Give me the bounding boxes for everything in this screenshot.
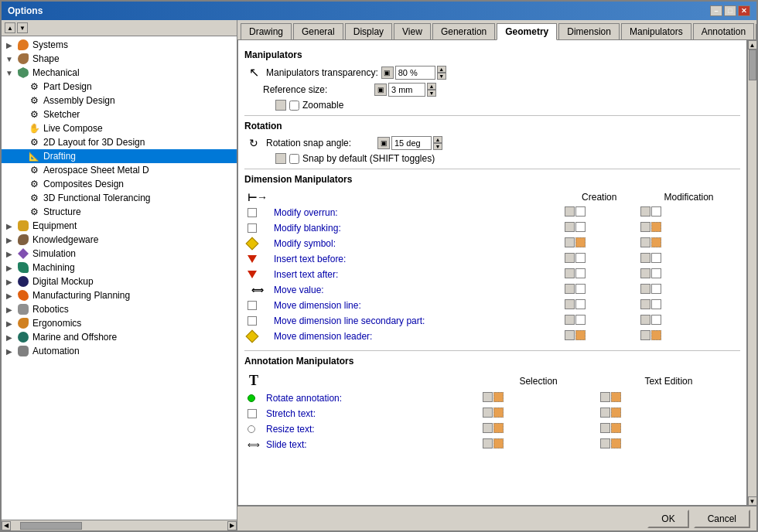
tree-item-marine[interactable]: ▶ Marine and Offshore [2, 330, 237, 344]
cancel-button[interactable]: Cancel [694, 510, 750, 528]
tab-drawing[interactable]: Drawing [241, 23, 292, 39]
table-row: Insert text after: [244, 267, 740, 282]
transparency-input[interactable] [395, 66, 435, 80]
tree-nav-down[interactable]: ▼ [17, 22, 28, 33]
dimension-table: ⊢→ Creation Modification [244, 189, 740, 344]
tab-geometry[interactable]: Geometry [497, 23, 557, 40]
manufacturing-icon [17, 289, 29, 302]
options-window: Options – □ ✕ ▲ ▼ ▶ Systems [0, 0, 758, 532]
tab-manipulators[interactable]: Manipulators [621, 23, 691, 39]
content-panel: Drawing General Display View Generation … [237, 20, 756, 530]
machining-label: Machining [31, 261, 77, 274]
content-vert-scrollbar[interactable]: ▲ ▼ [747, 40, 756, 506]
rotate-circle-icon [248, 394, 255, 402]
zoomable-label: Zoomable [302, 100, 343, 111]
rotation-down[interactable]: ▼ [433, 143, 442, 150]
tree-item-3d-tolerancing[interactable]: ⚙ 3D Functional Tolerancing [2, 191, 237, 205]
snap-default-checkbox[interactable] [289, 154, 299, 164]
tree-item-aerospace[interactable]: ⚙ Aerospace Sheet Metal D [2, 163, 237, 177]
tree-item-robotics[interactable]: ▶ Robotics [2, 302, 237, 316]
tree-item-drafting[interactable]: 📐 Drafting [2, 149, 237, 163]
tab-prev-btn[interactable]: ◀ [756, 24, 756, 39]
scroll-down-btn[interactable]: ▼ [748, 496, 757, 506]
tree-item-ergonomics[interactable]: ▶ Ergonomics [2, 316, 237, 330]
reference-size-input[interactable] [388, 83, 425, 97]
transparency-label: Manipulators transparency: [266, 67, 378, 78]
reference-size-row: Reference size: ▣ ▲ ▼ [244, 83, 740, 97]
shape-label: Shape [31, 53, 61, 65]
scroll-up-btn[interactable]: ▲ [748, 40, 757, 49]
section-dimension: Dimension Manipulators [244, 174, 740, 185]
scroll-left-btn[interactable]: ◀ [2, 521, 11, 530]
dim-line-icon [248, 301, 257, 310]
tree-item-shape[interactable]: ▼ Shape [2, 52, 237, 66]
live-compose-label: Live Compose [42, 122, 104, 135]
assembly-icon: ⚙ [28, 94, 40, 107]
transparency-down[interactable]: ▼ [437, 73, 446, 80]
ok-button[interactable]: OK [647, 510, 688, 528]
equipment-icon [17, 220, 29, 232]
tree-item-mechanical[interactable]: ▼ Mechanical [2, 66, 237, 80]
tab-display[interactable]: Display [345, 23, 392, 39]
tree-item-part-design[interactable]: ⚙ Part Design [2, 80, 237, 94]
blanking-checkbox-icon [248, 223, 257, 233]
rotate-selection [483, 392, 504, 402]
tree-item-2d-layout[interactable]: ⚙ 2D Layout for 3D Design [2, 135, 237, 149]
section-manipulators: Manipulators [244, 49, 740, 60]
tree-horiz-scrollbar[interactable]: ◀ ▶ [2, 520, 237, 530]
tree-item-assembly-design[interactable]: ⚙ Assembly Design [2, 94, 237, 107]
rotation-up[interactable]: ▲ [433, 136, 442, 143]
tree-item-live-compose[interactable]: ✋ Live Compose [2, 121, 237, 135]
zoomable-checkbox[interactable] [289, 101, 299, 111]
scroll-thumb-track [12, 522, 226, 530]
manufacturing-label: Manufacturing Planning [31, 289, 131, 302]
zoomable-icon [275, 100, 286, 111]
tree-item-equipment[interactable]: ▶ Equipment [2, 219, 237, 233]
overrun-mod-icon[interactable] [640, 206, 650, 217]
rotation-snap-row: ↻ Rotation snap angle: ▣ ▲ ▼ [244, 136, 740, 150]
ref-size-btns: ▲ ▼ [427, 83, 436, 97]
overrun-mod-check[interactable] [651, 206, 661, 217]
aerospace-label: Aerospace Sheet Metal D [42, 164, 151, 176]
table-row: Rotate annotation: [244, 390, 740, 406]
scroll-right-btn[interactable]: ▶ [227, 521, 237, 530]
title-bar: Options – □ ✕ [2, 2, 756, 20]
assembly-label: Assembly Design [42, 94, 117, 107]
tree-item-structure[interactable]: ⚙ Structure [2, 205, 237, 219]
aerospace-icon: ⚙ [28, 164, 40, 176]
tree-item-manufacturing[interactable]: ▶ Manufacturing Planning [2, 288, 237, 302]
title-buttons: – □ ✕ [710, 5, 750, 16]
resize-label: Resize text: [263, 421, 480, 437]
scroll-thumb[interactable] [20, 522, 82, 530]
stretch-label: Stretch text: [263, 406, 480, 421]
tab-view[interactable]: View [394, 23, 431, 39]
rotation-snap-input[interactable] [391, 136, 432, 150]
tree-item-knowledgeware[interactable]: ▶ Knowledgeware [2, 233, 237, 247]
tree-panel[interactable]: ▶ Systems ▼ Shape [2, 36, 237, 520]
tree-item-machining[interactable]: ▶ Machining [2, 261, 237, 275]
tree-item-automation[interactable]: ▶ Automation [2, 344, 237, 358]
tab-general[interactable]: General [293, 23, 343, 39]
ref-size-down[interactable]: ▼ [427, 90, 436, 97]
maximize-button[interactable]: □ [724, 5, 736, 16]
dim-leader-modification [640, 330, 661, 340]
tree-item-systems[interactable]: ▶ Systems [2, 38, 237, 52]
move-value-modification [640, 284, 661, 294]
minimize-button[interactable]: – [710, 5, 722, 16]
dim-leader-label: Move dimension leader: [271, 329, 562, 344]
close-button[interactable]: ✕ [738, 5, 750, 16]
tab-annotation[interactable]: Annotation [693, 23, 754, 39]
transparency-up[interactable]: ▲ [437, 66, 446, 73]
tree-item-digital-mockup[interactable]: ▶ Digital Mockup [2, 275, 237, 288]
scroll-thumb-v[interactable] [749, 49, 756, 80]
tree-item-simulation[interactable]: ▶ Simulation [2, 247, 237, 261]
tree-item-sketcher[interactable]: ⚙ Sketcher [2, 107, 237, 121]
ref-size-up[interactable]: ▲ [427, 83, 436, 90]
tab-generation[interactable]: Generation [432, 23, 495, 39]
symbol-label: Modify symbol: [271, 236, 562, 251]
tree-nav-up[interactable]: ▲ [5, 22, 15, 33]
overrun-create-check[interactable] [575, 206, 586, 217]
overrun-create-icon[interactable] [565, 206, 575, 217]
tree-item-composites[interactable]: ⚙ Composites Design [2, 177, 237, 191]
tab-dimension[interactable]: Dimension [558, 23, 620, 39]
